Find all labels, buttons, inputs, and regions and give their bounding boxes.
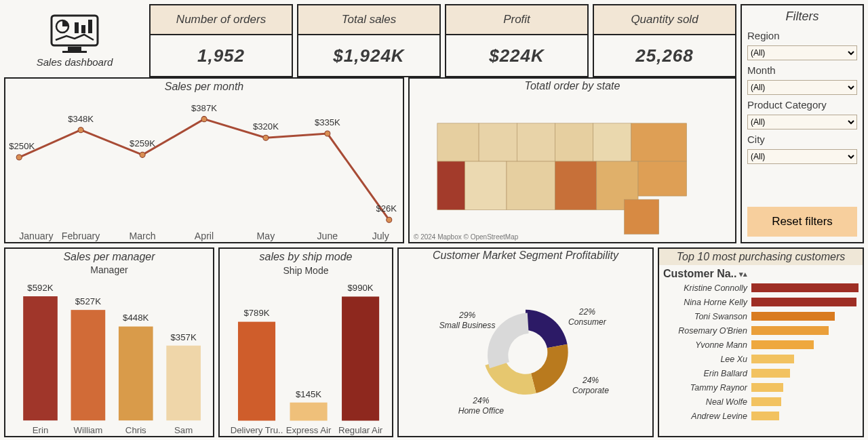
kpi-profit-value: $224K [446,35,587,76]
svg-text:$990K: $990K [348,283,374,293]
svg-text:24%: 24% [582,376,599,385]
svg-point-17 [325,131,330,136]
svg-point-13 [201,116,207,121]
svg-rect-28 [437,123,479,161]
svg-text:Consumer: Consumer [568,317,607,327]
svg-text:Sam: Sam [174,425,193,435]
filters-title: Filters [747,8,857,24]
svg-rect-2 [62,51,87,53]
sales-per-month-title: Sales per month [5,79,403,95]
customer-row[interactable]: Lee Xu [663,353,859,365]
customer-row[interactable]: Rosemary O'Brien [663,324,859,337]
filter-region-label: Region [747,30,857,41]
svg-text:Chris: Chris [125,425,146,435]
svg-text:Erin: Erin [33,425,49,435]
svg-text:24%: 24% [472,397,489,406]
customer-row[interactable]: Nina Horne Kelly [663,296,859,308]
filter-product-select[interactable]: (All) [747,115,857,129]
sales-by-shipmode-sub: Ship Mode [220,265,392,276]
svg-text:$26K: $26K [376,203,397,214]
svg-rect-6 [88,20,92,33]
sort-icon: ▾▴ [739,271,747,278]
sales-per-manager-sub: Manager [5,264,213,275]
svg-text:$448K: $448K [123,313,149,323]
svg-rect-53 [238,322,275,421]
svg-point-9 [78,127,83,132]
orders-by-state-map[interactable]: © 2024 Mapbox © OpenStreetMap [410,94,735,242]
filter-city-label: City [747,134,857,145]
svg-text:$527K: $527K [75,296,101,306]
kpi-profit: Profit $224K [445,4,589,77]
reset-filters-button[interactable]: Reset filters [747,207,857,237]
sales-per-month-chart[interactable]: $250K$348K$259K$387K$320K$335K$26KJanuar… [5,95,403,242]
dashboard-icon [47,14,102,54]
svg-text:Home Office: Home Office [458,407,505,416]
filter-month-select[interactable]: (All) [747,80,857,95]
svg-text:$789K: $789K [243,308,269,318]
svg-rect-44 [71,311,106,421]
customer-name: Erin Ballard [663,369,747,378]
svg-rect-50 [166,346,201,420]
svg-text:$320K: $320K [253,121,279,132]
kpi-qty-value: 25,268 [594,35,735,76]
svg-point-15 [263,135,269,140]
svg-text:$357K: $357K [170,332,196,342]
orders-by-state-title: Totatl order by state [410,79,735,94]
svg-text:May: May [257,231,276,241]
top-customers-header[interactable]: Customer Na.. ▾▴ [659,265,863,281]
svg-rect-5 [81,25,85,33]
svg-text:Corporate: Corporate [572,386,609,395]
sales-per-manager-panel: Sales per manager Manager $592KErin$527K… [4,247,214,437]
svg-rect-33 [631,123,687,161]
svg-text:Small Business: Small Business [439,321,496,330]
svg-rect-35 [465,161,507,209]
svg-point-19 [387,217,392,222]
svg-rect-39 [638,161,686,196]
svg-text:$250K: $250K [9,141,35,151]
filter-region-select[interactable]: (All) [747,45,857,60]
svg-text:22%: 22% [578,307,595,317]
customer-row[interactable]: Yvonne Mann [663,338,859,351]
customer-name: Toni Swanson [663,312,747,321]
svg-rect-1 [68,47,81,51]
svg-point-7 [16,155,22,160]
customer-name: Kristine Connolly [663,283,747,293]
customer-name: Neal Wolfe [663,397,747,407]
kpi-sales-label: Total sales [298,5,439,35]
kpi-qty: Quantity sold 25,268 [593,4,736,77]
svg-text:$335K: $335K [315,117,340,127]
svg-text:April: April [195,231,214,241]
svg-rect-31 [555,123,593,161]
segment-profitability-chart[interactable]: 22%Consumer24%Corporate24%Home Office29%… [399,262,652,436]
svg-text:$592K: $592K [27,283,53,293]
svg-text:Delivery Tru..: Delivery Tru.. [231,425,283,435]
customer-row[interactable]: Neal Wolfe [663,395,859,408]
customer-name: Rosemary O'Brien [663,326,747,336]
filter-city-select[interactable]: (All) [747,149,857,164]
svg-rect-30 [517,123,555,161]
svg-rect-4 [75,22,79,33]
svg-point-11 [140,152,145,157]
customer-row[interactable]: Toni Swanson [663,310,859,323]
segment-profitability-panel: Customer Market Segment Profitability 22… [397,247,654,437]
sales-per-manager-chart[interactable]: $592KErin$527KWilliam$448KChris$357KSam [5,275,213,436]
customer-row[interactable]: Kristine Connolly [663,281,859,294]
svg-rect-56 [290,403,328,421]
svg-text:$259K: $259K [130,138,155,148]
customer-name: Andrew Levine [663,412,747,421]
customer-row[interactable]: Andrew Levine [663,409,859,422]
sales-by-shipmode-chart[interactable]: $789KDelivery Tru..$145KExpress Air$990K… [220,276,392,436]
customer-row[interactable]: Tammy Raynor [663,381,859,394]
filter-month-label: Month [747,64,857,76]
svg-rect-41 [23,296,58,420]
top-customers-title: Top 10 most purchasing customers [659,249,863,265]
top-customers-chart[interactable]: Kristine Connolly Nina Horne Kelly Toni … [659,281,863,425]
kpi-sales: Total sales $1,924K [297,4,441,77]
customer-name: Yvonne Mann [663,340,747,350]
sales-by-shipmode-panel: sales by ship mode Ship Mode $789KDelive… [218,247,393,437]
svg-text:March: March [129,231,155,241]
orders-by-state-panel: Totatl order by state [408,77,736,243]
svg-text:29%: 29% [458,311,475,320]
customer-row[interactable]: Erin Ballard [663,367,859,380]
kpi-qty-label: Quantity sold [594,5,735,35]
